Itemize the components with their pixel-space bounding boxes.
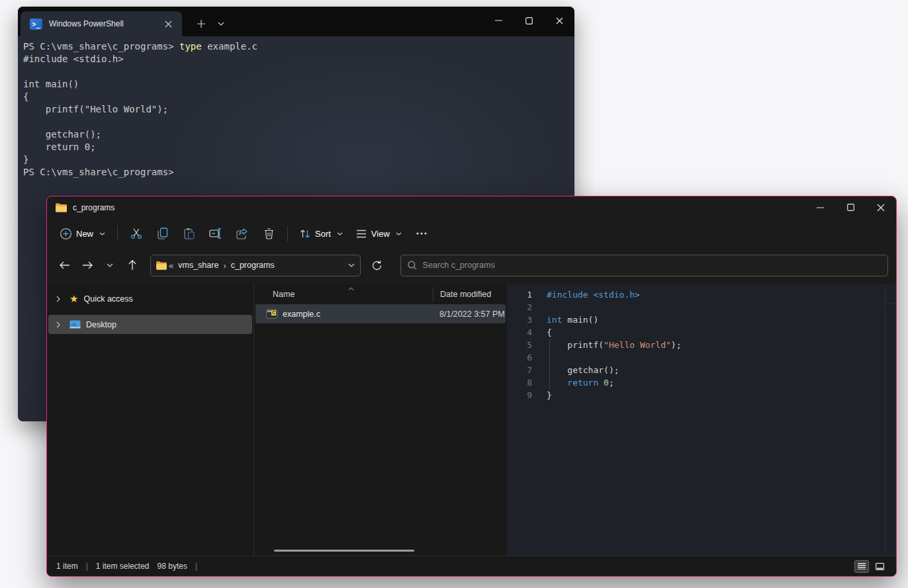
share-button[interactable] bbox=[229, 222, 255, 245]
new-button[interactable]: New bbox=[54, 224, 112, 243]
column-header-date-modified[interactable]: Date modified bbox=[433, 287, 491, 302]
explorer-close-button[interactable] bbox=[866, 196, 896, 218]
terminal-close-button[interactable] bbox=[544, 7, 574, 34]
breadcrumb-vms-share[interactable]: vms_share bbox=[175, 261, 221, 270]
cut-button[interactable] bbox=[123, 222, 150, 245]
sidebar-item-desktop[interactable]: Desktop bbox=[48, 315, 252, 334]
line-number: 1 bbox=[507, 288, 532, 301]
sort-button-label: Sort bbox=[315, 229, 331, 239]
explorer-navbar: « vms_share › c_programs bbox=[47, 249, 896, 282]
paste-button[interactable] bbox=[176, 222, 203, 245]
toolbar-separator bbox=[287, 226, 288, 241]
details-view-button[interactable] bbox=[854, 560, 869, 573]
folder-icon bbox=[56, 203, 67, 212]
tab-dropdown-button[interactable] bbox=[212, 15, 230, 32]
terminal-tab[interactable]: >_ Windows PowerShell bbox=[21, 11, 182, 36]
line-number: 3 bbox=[507, 314, 532, 326]
item-count: 1 item bbox=[56, 562, 78, 571]
navigation-pane: ★ Quick access Desktop bbox=[47, 284, 253, 556]
line-number: 5 bbox=[507, 339, 532, 351]
new-tab-button[interactable] bbox=[193, 15, 210, 32]
terminal-line: PS C:\vms_share\c_programs> bbox=[23, 166, 569, 179]
explorer-toolbar: New Sort View bbox=[47, 218, 896, 249]
terminal-line: int main() bbox=[23, 78, 569, 91]
status-divider: | bbox=[195, 562, 197, 571]
selection-size: 98 bytes bbox=[158, 562, 187, 571]
search-box[interactable] bbox=[400, 255, 888, 276]
line-number: 8 bbox=[507, 376, 532, 389]
status-bar: 1 item | 1 item selected 98 bytes | bbox=[47, 556, 896, 576]
c-source-file-icon bbox=[266, 309, 277, 319]
horizontal-scrollbar-thumb[interactable] bbox=[274, 550, 414, 552]
expand-chevron-icon[interactable] bbox=[52, 296, 64, 302]
delete-button[interactable] bbox=[255, 222, 282, 245]
sort-arrows-icon bbox=[300, 229, 310, 239]
preview-pane: 1#include <stdio.h>2 3int main()4{5 prin… bbox=[507, 284, 896, 556]
line-number: 9 bbox=[507, 389, 532, 401]
selection-count: 1 item selected bbox=[96, 562, 150, 571]
search-input[interactable] bbox=[423, 261, 881, 270]
chevron-down-icon bbox=[396, 232, 402, 235]
line-number: 6 bbox=[507, 351, 532, 364]
back-button[interactable] bbox=[55, 255, 75, 275]
breadcrumb-collapse[interactable]: « bbox=[167, 261, 175, 271]
rename-button[interactable] bbox=[203, 222, 229, 245]
refresh-button[interactable] bbox=[366, 255, 387, 275]
expand-chevron-icon[interactable] bbox=[52, 321, 64, 328]
sort-ascending-icon bbox=[348, 287, 354, 290]
terminal-line bbox=[23, 65, 569, 78]
sidebar-item-label: Quick access bbox=[83, 294, 132, 304]
terminal-line: return 0; bbox=[23, 141, 569, 153]
search-icon bbox=[408, 261, 417, 270]
status-divider: | bbox=[86, 562, 88, 571]
terminal-minimize-button[interactable] bbox=[483, 7, 514, 34]
view-button[interactable]: View bbox=[349, 225, 408, 243]
line-number: 4 bbox=[507, 326, 532, 339]
rename-icon bbox=[209, 228, 222, 239]
chevron-down-icon bbox=[99, 232, 105, 235]
explorer-titlebar[interactable]: c_programs bbox=[47, 196, 896, 218]
file-list-pane: Name Date modified example.c 8/1/2022 3:… bbox=[254, 284, 507, 556]
terminal-line: PS C:\vms_share\c_programs> type example… bbox=[23, 40, 569, 53]
explorer-minimize-button[interactable] bbox=[805, 196, 835, 218]
trash-icon bbox=[264, 228, 274, 239]
terminal-titlebar[interactable]: >_ Windows PowerShell bbox=[18, 7, 574, 36]
view-lines-icon bbox=[356, 230, 367, 238]
code-line: 8 return 0; bbox=[507, 376, 896, 389]
copy-icon bbox=[158, 228, 168, 239]
address-bar[interactable]: « vms_share › c_programs bbox=[150, 255, 361, 276]
plus-circle-icon bbox=[60, 228, 71, 239]
forward-button[interactable] bbox=[77, 255, 97, 275]
column-header-name[interactable]: Name bbox=[254, 290, 433, 299]
address-dropdown-icon[interactable] bbox=[348, 263, 355, 267]
file-row-example-c[interactable]: example.c 8/1/2022 3:57 PM bbox=[255, 304, 506, 323]
desktop-icon bbox=[69, 320, 81, 329]
sidebar-item-quick-access[interactable]: ★ Quick access bbox=[48, 289, 252, 308]
large-icons-view-button[interactable] bbox=[872, 560, 887, 573]
terminal-maximize-button[interactable] bbox=[514, 7, 544, 34]
horizontal-scrollbar[interactable] bbox=[263, 550, 498, 552]
large-icons-view-icon bbox=[876, 563, 884, 570]
code-line: 1#include <stdio.h> bbox=[507, 288, 896, 301]
code-line: 6 bbox=[507, 351, 896, 364]
explorer-maximize-button[interactable] bbox=[835, 196, 866, 218]
paste-icon bbox=[184, 228, 195, 239]
view-button-label: View bbox=[371, 229, 390, 239]
scissors-icon bbox=[130, 228, 142, 239]
terminal-line: #include <stdio.h> bbox=[23, 53, 569, 65]
more-options-button[interactable] bbox=[408, 222, 435, 245]
preview-scrollbar-track[interactable] bbox=[885, 284, 885, 556]
code-line: 5 printf("Hello World"); bbox=[507, 339, 896, 351]
tab-close-icon[interactable] bbox=[159, 15, 177, 32]
breadcrumb-c-programs[interactable]: c_programs bbox=[228, 261, 277, 270]
terminal-tab-title: Windows PowerShell bbox=[49, 19, 159, 28]
copy-button[interactable] bbox=[150, 222, 176, 245]
recent-locations-button[interactable] bbox=[100, 255, 120, 275]
breadcrumb-separator: › bbox=[221, 261, 228, 271]
up-button[interactable] bbox=[122, 255, 142, 275]
line-number: 7 bbox=[507, 364, 532, 376]
sort-button[interactable]: Sort bbox=[293, 225, 349, 243]
new-button-label: New bbox=[76, 229, 93, 239]
file-name: example.c bbox=[283, 310, 320, 319]
terminal-line: { bbox=[23, 91, 569, 103]
